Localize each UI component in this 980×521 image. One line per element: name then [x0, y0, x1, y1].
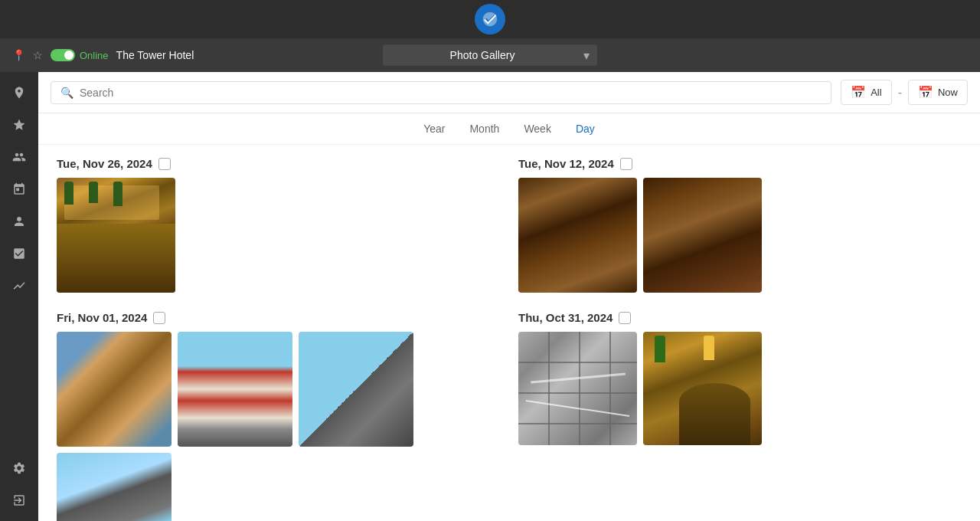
- photo-nov01-1[interactable]: [57, 332, 172, 447]
- sidebar-item-logout[interactable]: [5, 486, 34, 515]
- photo-nov01-3[interactable]: [299, 332, 413, 447]
- sidebar-item-people[interactable]: [5, 143, 34, 172]
- search-box[interactable]: 🔍: [51, 81, 831, 104]
- main-layout: 🔍 📅 All - 📅 Now Year Month Week Day: [0, 72, 980, 521]
- date-start-button[interactable]: 📅 All: [841, 80, 891, 105]
- app-logo[interactable]: [475, 4, 505, 34]
- module-dropdown[interactable]: Photo Gallery Dashboard Reports: [383, 44, 597, 66]
- module-selector-wrapper: Photo Gallery Dashboard Reports: [256, 44, 724, 66]
- section-header-nov26: Tue, Nov 26, 2024: [57, 157, 500, 170]
- photo-nov01-2[interactable]: [178, 332, 292, 447]
- date-end-button[interactable]: 📅 Now: [908, 80, 968, 105]
- tab-month[interactable]: Month: [469, 121, 499, 136]
- section-checkbox-oct31[interactable]: [619, 312, 631, 324]
- online-status: Online: [51, 49, 109, 61]
- sidebar-item-checklist[interactable]: [5, 239, 34, 268]
- search-icon: 🔍: [60, 87, 74, 99]
- date-start-label: All: [871, 87, 881, 98]
- section-title-oct31: Thu, Oct 31, 2024: [518, 311, 612, 324]
- section-photos-oct31: [518, 332, 962, 445]
- tab-day[interactable]: Day: [576, 121, 595, 136]
- online-toggle[interactable]: [51, 49, 75, 61]
- location-nav-icon[interactable]: 📍: [12, 49, 25, 61]
- sidebar-item-analytics[interactable]: [5, 271, 34, 300]
- photo-oct31-1[interactable]: [518, 332, 637, 445]
- gallery-section-nov26: Tue, Nov 26, 2024: [57, 157, 500, 293]
- section-photos-nov01: [57, 332, 500, 521]
- sidebar-item-settings[interactable]: [5, 454, 34, 483]
- section-checkbox-nov26[interactable]: [158, 158, 171, 170]
- view-tabs: Year Month Week Day: [38, 113, 980, 145]
- section-checkbox-nov01[interactable]: [153, 312, 165, 324]
- svg-line-6: [526, 401, 629, 416]
- nav-bar-left: 📍 ☆ Online The Tower Hotel: [12, 49, 247, 61]
- sidebar-item-location[interactable]: [5, 78, 34, 107]
- sidebar: [0, 72, 38, 521]
- calendar-start-icon: 📅: [851, 85, 866, 100]
- date-range: 📅 All - 📅 Now: [841, 80, 968, 105]
- section-photos-nov26: [57, 178, 500, 293]
- section-checkbox-nov12[interactable]: [620, 158, 632, 170]
- photo-nov12-1[interactable]: [518, 178, 637, 293]
- section-title-nov12: Tue, Nov 12, 2024: [518, 157, 614, 170]
- gallery-section-nov12: Tue, Nov 12, 2024: [518, 157, 962, 293]
- online-label: Online: [80, 50, 109, 61]
- nav-bar: 📍 ☆ Online The Tower Hotel Photo Gallery…: [0, 38, 980, 72]
- section-header-nov01: Fri, Nov 01, 2024: [57, 311, 500, 324]
- content-area: 🔍 📅 All - 📅 Now Year Month Week Day: [38, 72, 980, 521]
- module-dropdown-wrapper[interactable]: Photo Gallery Dashboard Reports: [383, 44, 597, 66]
- section-title-nov26: Tue, Nov 26, 2024: [57, 157, 152, 170]
- sidebar-item-favorites[interactable]: [5, 110, 34, 139]
- tab-year[interactable]: Year: [423, 121, 445, 136]
- photo-oct31-2[interactable]: [643, 332, 762, 445]
- photo-nov26-1[interactable]: [57, 178, 175, 293]
- gallery-section-oct31: Thu, Oct 31, 2024: [518, 311, 962, 521]
- section-title-nov01: Fri, Nov 01, 2024: [57, 311, 147, 324]
- logo-icon: [482, 11, 498, 28]
- star-nav-icon[interactable]: ☆: [33, 49, 43, 61]
- sidebar-item-calendar[interactable]: [5, 175, 34, 204]
- calendar-end-icon: 📅: [918, 85, 933, 100]
- section-header-oct31: Thu, Oct 31, 2024: [518, 311, 962, 324]
- photo-nov12-2[interactable]: [643, 178, 762, 293]
- gallery: Tue, Nov 26, 2024: [38, 145, 980, 521]
- top-bar: [0, 0, 980, 38]
- toolbar: 🔍 📅 All - 📅 Now: [38, 72, 980, 113]
- project-name: The Tower Hotel: [116, 49, 194, 61]
- section-header-nov12: Tue, Nov 12, 2024: [518, 157, 962, 170]
- photo-nov01-4[interactable]: [57, 453, 172, 521]
- gallery-section-nov01: Fri, Nov 01, 2024: [57, 311, 500, 521]
- date-separator: -: [898, 86, 902, 100]
- sidebar-item-contacts[interactable]: [5, 207, 34, 236]
- search-input[interactable]: [80, 87, 822, 99]
- tab-week[interactable]: Week: [524, 121, 551, 136]
- section-photos-nov12: [518, 178, 962, 293]
- date-end-label: Now: [938, 87, 958, 98]
